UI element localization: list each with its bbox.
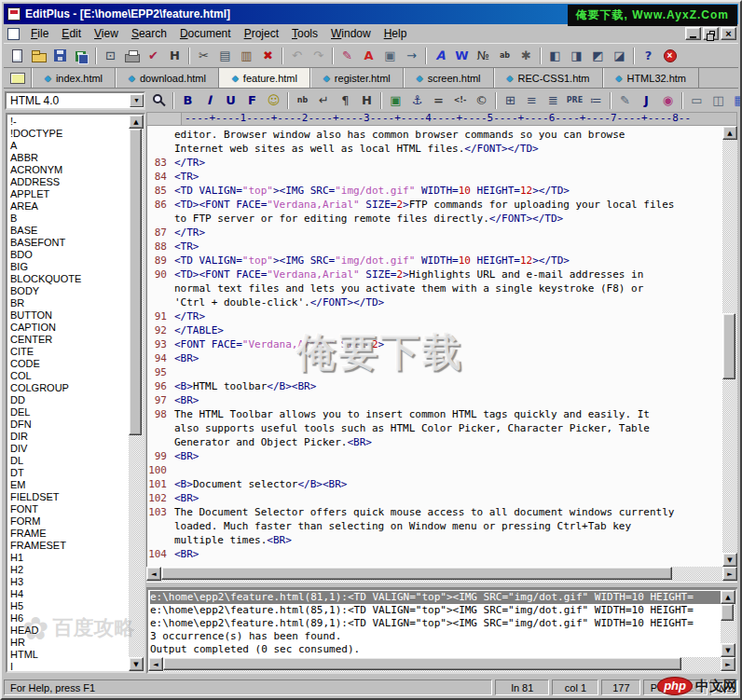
cliptext-item[interactable]: AREA (10, 200, 129, 213)
cliptext-item[interactable]: COL (10, 370, 129, 382)
cliptext-item[interactable]: !- (10, 116, 129, 128)
line-break-icon[interactable]: ↵ (313, 90, 335, 110)
spell-check-icon[interactable]: ✔ (143, 46, 164, 65)
function-list-icon[interactable]: H (164, 46, 186, 65)
cliptext-item[interactable]: H5 (10, 600, 129, 612)
cliptext-item[interactable]: !DOCTYPE (10, 128, 129, 140)
cliptext-item[interactable]: CODE (10, 358, 129, 370)
cliptext-item[interactable]: HTML (10, 649, 129, 661)
cliptext-item[interactable]: BUTTON (10, 309, 129, 322)
cliptext-item[interactable]: BASE (10, 225, 129, 237)
bold-tag-icon[interactable]: B (177, 90, 199, 110)
align-right-icon[interactable]: ≣ (543, 90, 564, 110)
editor-area[interactable]: editor. Browser window also has common b… (147, 126, 722, 567)
cut-icon[interactable]: ✂ (193, 46, 214, 65)
scroll-down-icon[interactable]: ▼ (721, 643, 735, 657)
cliptext-item[interactable]: DIR (10, 431, 129, 443)
tab-index.html[interactable]: ◆index.html (32, 68, 116, 88)
editor-scroll-track[interactable] (722, 140, 737, 553)
cliptext-item[interactable]: HR (10, 637, 129, 649)
cliptext-item[interactable]: H2 (10, 564, 129, 576)
cliptext-item[interactable]: H1 (10, 552, 129, 564)
highlight-pen-icon[interactable]: ✎ (337, 46, 358, 65)
cliptext-item[interactable]: FRAME (10, 528, 129, 540)
underline-tag-icon[interactable]: U (220, 90, 241, 110)
object-picker-icon[interactable]: ◉ (657, 90, 679, 110)
cliptext-item[interactable]: BR (10, 297, 129, 309)
redo-icon[interactable]: ↷ (308, 46, 329, 65)
output-line[interactable]: e:\home\epp2\feature.html(85,1):<TD VALI… (150, 604, 721, 617)
output-line[interactable]: e:\home\epp2\feature.html(89,1):<TD VALI… (150, 617, 721, 630)
cliptext-item[interactable]: FIELDSET (10, 491, 129, 503)
context-help-icon[interactable]: ? (638, 46, 659, 65)
font-tag-icon[interactable]: F (241, 90, 263, 110)
cliptext-item[interactable]: DD (10, 394, 129, 406)
menu-view[interactable]: View (88, 25, 125, 42)
script-icon[interactable]: ✎ (614, 90, 636, 110)
scroll-right-icon[interactable]: ► (721, 657, 735, 671)
pre-tag-icon[interactable]: PRE (564, 90, 585, 110)
comment-icon[interactable]: <!- (449, 90, 471, 110)
cliptext-item[interactable]: BLOCKQUOTE (10, 273, 129, 285)
cliptext-item[interactable]: HEAD (10, 625, 129, 637)
cliptext-item[interactable]: APPLET (10, 188, 129, 200)
table-icon[interactable]: ⊞ (500, 90, 521, 110)
scroll-up-icon[interactable]: ▲ (721, 590, 735, 604)
print-icon[interactable] (121, 46, 143, 65)
menu-file[interactable]: File (24, 25, 55, 42)
output-line[interactable]: e:\home\epp2\feature.html(81,1):<TD VALI… (150, 591, 721, 604)
frame-icon[interactable]: ◫ (708, 90, 729, 110)
menu-project[interactable]: Project (238, 25, 285, 42)
cliptext-item[interactable]: H6 (10, 612, 129, 625)
cliptext-item[interactable]: H4 (10, 588, 129, 600)
tab-HTML32.htm[interactable]: ◆HTML32.htm (603, 68, 700, 88)
font-icon[interactable]: A (430, 46, 451, 65)
status-panel-ln-81[interactable]: ln 81 (495, 679, 549, 695)
javascript-icon[interactable]: J (636, 90, 657, 110)
cliptext-item[interactable]: FRAMESET (10, 540, 129, 552)
output-scroll-thumb[interactable] (721, 604, 734, 621)
editor-hscrollbar[interactable]: ◄ ► (146, 567, 737, 582)
status-panel-177[interactable]: 177 (601, 679, 640, 695)
cliptext-item[interactable]: BIG (10, 261, 129, 273)
cliptext-item[interactable]: EM (10, 479, 129, 491)
editor-vscrollbar[interactable]: ▲ ▼ (722, 126, 737, 567)
color-picker-icon[interactable]: ☺ (263, 90, 284, 110)
tab-register.html[interactable]: ◆register.html (310, 68, 404, 88)
output-vscrollbar[interactable]: ▲ ▼ (721, 590, 735, 657)
scroll-down-icon[interactable]: ▼ (129, 657, 144, 671)
paste-icon[interactable]: ▥ (236, 46, 257, 65)
cliptext-item[interactable]: ACRONYM (10, 164, 129, 176)
cliptext-scrollbar[interactable]: ▲ ▼ (129, 115, 144, 671)
cliptext-item[interactable]: DT (10, 467, 129, 479)
output-hscroll-track[interactable] (163, 657, 721, 672)
cliptext-item[interactable]: A (10, 140, 129, 152)
menu-help[interactable]: Help (378, 25, 414, 42)
output-line[interactable]: Output completed (0 sec consumed). (150, 643, 721, 656)
tab-REC-CSS1.htm[interactable]: ◆REC-CSS1.htm (494, 68, 603, 88)
auto-complete-icon[interactable]: ab (494, 46, 515, 65)
cliptext-item[interactable]: ABBR (10, 152, 129, 164)
save-all-icon[interactable] (71, 46, 92, 65)
undo-icon[interactable]: ↶ (286, 46, 308, 65)
minimize-button[interactable] (685, 27, 701, 40)
cliptext-item[interactable]: DL (10, 455, 129, 467)
cliptext-item[interactable]: ADDRESS (10, 176, 129, 188)
toggle-directory-window-icon[interactable]: ◨ (566, 46, 587, 65)
output-hscroll-thumb[interactable] (163, 657, 681, 670)
preferences-icon[interactable]: ✱ (515, 46, 537, 65)
status-panel-col-1[interactable]: col 1 (552, 679, 598, 695)
line-number-icon[interactable]: № (473, 46, 494, 65)
cliptext-item[interactable]: DEL (10, 406, 129, 419)
special-char-icon[interactable]: © (471, 90, 492, 110)
output-line[interactable]: 3 occurrence(s) has been found. (150, 630, 721, 643)
scroll-right-icon[interactable]: ► (722, 567, 737, 581)
toggle-output-window-icon[interactable]: ◩ (587, 46, 609, 65)
menu-document[interactable]: Document (173, 25, 238, 42)
anchor-icon[interactable]: ⚓ (406, 90, 428, 110)
view-in-browser-icon[interactable] (148, 90, 170, 110)
cliptext-item[interactable]: BDO (10, 249, 129, 261)
cliptext-item[interactable]: BASEFONT (10, 237, 129, 249)
scroll-down-icon[interactable]: ▼ (722, 553, 737, 567)
menu-edit[interactable]: Edit (55, 25, 88, 42)
